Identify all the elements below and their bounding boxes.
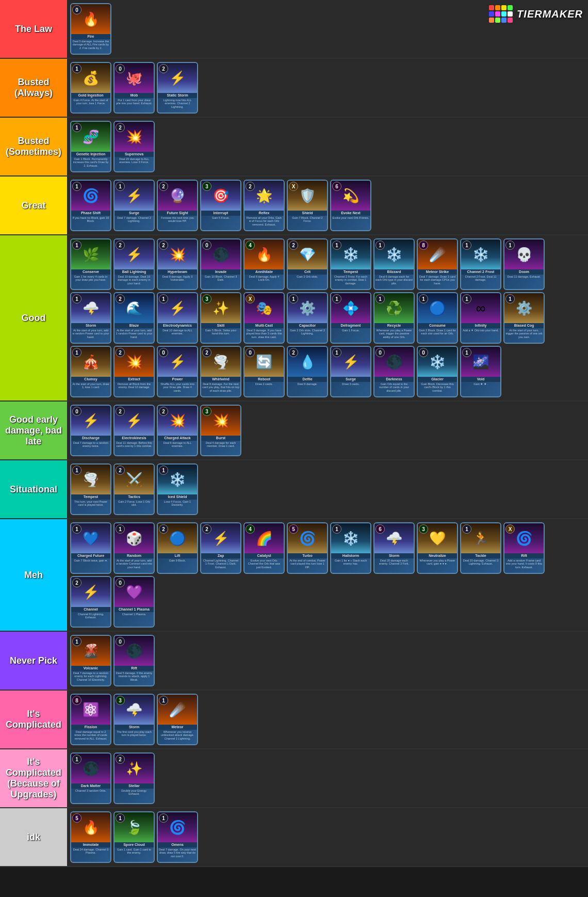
card-good-27[interactable]: 2💧DefileDeal 6 damage. [287, 346, 328, 397]
card-meh-9[interactable]: 1🏃TackleDeal 20 damage. Channel 3 Lightn… [460, 522, 501, 574]
card-meh-1[interactable]: 1🎲RandomAt the start of your turn, add a… [113, 522, 155, 574]
card-desc: At the start of your turn, trigger the p… [504, 328, 544, 340]
card-meh-5[interactable]: 5🌀TurboAt the end of combat, Power card … [287, 522, 328, 574]
card-desc: Remove all Block from the enemy. Deal 12… [115, 382, 154, 390]
card-cost: 1 [462, 524, 471, 534]
card-name: Defile [288, 377, 327, 382]
card-cost: 1 [72, 466, 81, 475]
card-good-29[interactable]: 0🌑DarknessGain Orb equal to the number o… [373, 346, 415, 397]
card-good-19[interactable]: 1🔵ConsumeGain 2 Block. Draw 1 card for e… [417, 292, 458, 344]
card-great-2[interactable]: 2🔮Future SightForesee the next time you … [157, 180, 198, 231]
card-name: Charged Future [71, 553, 110, 558]
tier-cards-never-pick: 1🌋VolcanicDeal 7 damage to a random enem… [67, 632, 588, 690]
card-cost: 1 [72, 64, 81, 73]
card-good-30[interactable]: 0❄️GlacierGain Block. Decrease this card… [417, 346, 458, 397]
card-name: Storm [115, 725, 154, 730]
card-complicated-1[interactable]: 3🌩️StormThe first card you play each tur… [113, 694, 155, 745]
card-meh-7[interactable]: 6🌩️StormDeal 20 damage each enemy. Chann… [373, 522, 415, 574]
card-desc: Gain 1 for ● + Stack each enemy has. [331, 558, 370, 566]
card-situational-1[interactable]: 2⚔️TacticsGain 2 Force. Lose 1 Orb slot. [113, 463, 155, 515]
card-cost: 8 [72, 696, 81, 705]
card-good-5[interactable]: 2💎CritGain 2 Orb slots. [287, 238, 328, 290]
card-good-16[interactable]: 1⚙️CapacitorGain 2 Orb slots. Channel 3 … [287, 292, 328, 344]
card-good-early-0[interactable]: 0⚡DischargeDeal 7 damage to a random ene… [70, 405, 111, 456]
card-idk-2[interactable]: 1🌀OmensDeal 7 damage. On your next draw,… [157, 811, 198, 863]
card-good-0[interactable]: 1🌿ConserveGain 1 for every 4 cards in yo… [70, 238, 111, 290]
card-meh-8[interactable]: 3💛NeutralizeWhenever you play a Power ca… [417, 522, 458, 574]
card-desc: Deal 6 damage. [288, 382, 327, 387]
card-good-1[interactable]: 2⚡Ball LightningDeal 10 damage. Deal 10 … [113, 238, 155, 290]
card-cost: 0 [116, 637, 125, 646]
card-busted-always-2[interactable]: 2⚡Static StormLightning now hits ALL ene… [157, 62, 198, 114]
card-good-22[interactable]: 1🎪ClumsyAt the start of your turn, draw … [70, 346, 111, 397]
card-great-0[interactable]: 1🌀Phase ShiftIf you have no Block, gain … [70, 180, 111, 231]
card-desc: Double your Energy. Exhaust. [115, 789, 154, 796]
card-idk-1[interactable]: 1🍃Spore CloudGain 1 card. Gain 1 card to… [113, 811, 155, 863]
card-name: Crit [288, 269, 327, 275]
card-situational-0[interactable]: 1🌪️TempestThis turn, your next Power car… [70, 463, 111, 515]
card-good-9[interactable]: 1❄️Channel 2 FrostChannel 2 Frost. Deal … [460, 238, 501, 290]
card-complicated-2[interactable]: 1☄️MeteorWhenever you receive unblocked … [157, 694, 198, 745]
card-good-15[interactable]: X🎭Multi-CastDeal 3 damage. If you have p… [243, 292, 285, 344]
card-good-7[interactable]: 1❄️BlizzardDeal 6 damage each for each O… [373, 238, 415, 290]
card-desc: Add a random Frame card into your hand. … [504, 558, 544, 570]
card-good-early-1[interactable]: 2⚡ElectrokinesisDeal 11 damage. Before t… [113, 405, 155, 456]
card-good-early-3[interactable]: 3💥BurstDeal 4 damage for each member. Dr… [200, 405, 241, 456]
card-complicated-0[interactable]: 8⚛️FissionDeal damage equal to 2 times t… [70, 694, 111, 745]
card-name: Extract [115, 377, 154, 382]
card-meh-12[interactable]: 0💜Channel 1 PlasmaChannel 1 Plasma. [113, 576, 155, 628]
card-busted-always-0[interactable]: 1💰Gold IngestionGain 4 Force. At the sta… [70, 62, 111, 114]
card-good-6[interactable]: 1❄️TempestChannel 2 Frost. For each enem… [330, 238, 371, 290]
card-name: Surge [331, 377, 370, 382]
card-good-20[interactable]: 1∞InfinityAdd a ✦ Orb into your hand. [460, 292, 501, 344]
card-cost: 3 [419, 524, 428, 534]
card-good-2[interactable]: 2💥HyperbeamDeal 8 damage. Apply 3 Vulner… [157, 238, 198, 290]
card-good-24[interactable]: 0⚡PowerShuffle ALL your cards into your … [157, 346, 198, 397]
card-never-pick-1[interactable]: 0🌑RiftDeal 5 damage. If the enemy intend… [113, 635, 155, 686]
card-meh-6[interactable]: 1❄️HailstormGain 1 for ● + Stack each en… [330, 522, 371, 574]
card-meh-10[interactable]: X🌀RiftAdd a random Frame card into your … [503, 522, 545, 574]
card-meh-2[interactable]: 2🔵LiftGain 9 Block. [157, 522, 198, 574]
card-good-12[interactable]: 2🌊BlazeAt the start of your turn, add 1 … [113, 292, 155, 344]
card-good-10[interactable]: 1💀DoomDeal 11 damage. Exhaust. [503, 238, 545, 290]
card-good-18[interactable]: 1♻️RecycleWhenever you play a Power card… [373, 292, 415, 344]
card-great-4[interactable]: 2🌟ReflexRemove all your Orbs. Gain ● of … [243, 180, 285, 231]
card-the-law-0[interactable]: 0🔥FireDeal 5 damage. Increase the damage… [70, 3, 111, 55]
card-great-1[interactable]: 1⚡SurgeDeal 7 damage. Channel 2 Lightnin… [113, 180, 155, 231]
card-idk-0[interactable]: 5🔥ImmolateDeal 24 damage. Channel 3 Plas… [70, 811, 111, 863]
card-great-5[interactable]: X🛡️ShieldGain 7 Block. Channel 2 Force. [287, 180, 328, 231]
card-good-3[interactable]: 0🌑InvadeGain 10 Block. Channel 3 Dark. [200, 238, 241, 290]
card-busted-always-1[interactable]: 0🐙MobPut 1 card from your draw pile into… [113, 62, 155, 114]
card-complicated-upgrades-0[interactable]: 1🌑Dark MatterChannel 3 random Orbs. [70, 752, 111, 804]
card-cost: 1 [72, 241, 81, 250]
card-name: Electrodynamics [158, 323, 197, 328]
card-meh-3[interactable]: 2⚡ZapChannel Lightning. Channel 1 Frost.… [200, 522, 241, 574]
card-good-4[interactable]: 4🔥AnnihilateDeal 8 damage. Apply 4 Lock-… [243, 238, 285, 290]
card-good-26[interactable]: 0🔄RebootDraw 2 cards. [243, 346, 285, 397]
card-busted-sometimes-1[interactable]: 2💥SupernovaDeal 20 damage to ALL enemies… [113, 121, 155, 172]
card-good-23[interactable]: 2💥ExtractRemove all Block from the enemy… [113, 346, 155, 397]
card-desc: Lose 4 Focus. Gain 1 Dexterity. [158, 500, 197, 507]
brand-name: TiERMAKER [517, 8, 583, 20]
card-situational-2[interactable]: 1❄️Iced ShieldLose 4 Focus. Gain 1 Dexte… [157, 463, 198, 515]
card-good-31[interactable]: 1🌌VoidGain ★ ★ . [460, 346, 501, 397]
card-good-28[interactable]: 1⚡SurgeDraw 3 cards. [330, 346, 371, 397]
card-great-3[interactable]: 3🎯InterruptGain 5 Focus. [200, 180, 241, 231]
card-good-8[interactable]: 8☄️Meteor StrikeDeal 7 damage. Draw 1 ca… [417, 238, 458, 290]
card-desc: Deal 7 damage. On your next draw, draw 5… [158, 847, 197, 859]
card-complicated-upgrades-1[interactable]: 2✨StellarDouble your Energy. Exhaust. [113, 752, 155, 804]
card-meh-4[interactable]: 4🌈CatalystEvolve your next Orb. Channel … [243, 522, 285, 574]
card-good-early-2[interactable]: 2💥Charged AttackDeal 6 damage to ALL ene… [157, 405, 198, 456]
card-good-13[interactable]: 1⚡ElectrodynamicsDeal 10 damage to ALL e… [157, 292, 198, 344]
card-desc: Gain Orb equal to the number of cards in… [374, 382, 414, 393]
card-never-pick-0[interactable]: 1🌋VolcanicDeal 7 damage to a random enem… [70, 635, 111, 686]
card-great-6[interactable]: 6💫Evoke NextEvoke your next Orb 8 times. [330, 180, 371, 231]
card-good-25[interactable]: 2🌪️WhirlwindDeal 8 damage. For the next … [200, 346, 241, 397]
card-busted-sometimes-0[interactable]: 1🧬Genetic InjectionGain 1 Block. Permane… [70, 121, 111, 172]
card-meh-11[interactable]: 2⚡ChannelChannel 8 Lightning. Exhaust. [70, 576, 111, 628]
card-good-17[interactable]: 1💠DefragmentGain 1 Focus. [330, 292, 371, 344]
card-good-21[interactable]: 1⚙️Biased CogAt the start of your turn, … [503, 292, 545, 344]
card-good-14[interactable]: 3✨SkillGain 5 Block. Strike your hand th… [200, 292, 241, 344]
card-good-11[interactable]: 1🌩️StormAt the start of your turn, add a… [70, 292, 111, 344]
card-meh-0[interactable]: 1💙Charged FutureGain 7 Block twice, gain… [70, 522, 111, 574]
